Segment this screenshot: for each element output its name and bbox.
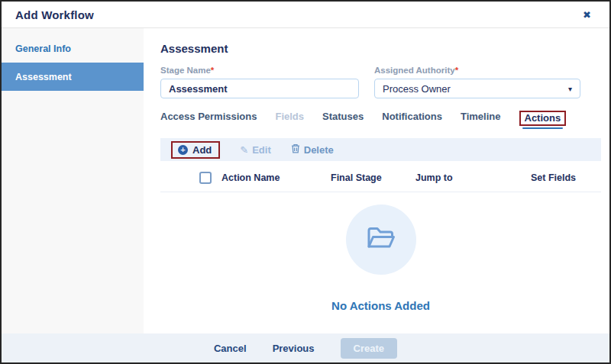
pencil-icon: ✎ <box>240 144 248 156</box>
sidebar-item-assessment[interactable]: Assessment <box>2 63 144 91</box>
modal-header: Add Workflow ✖ <box>2 2 609 28</box>
trash-icon <box>291 143 300 156</box>
empty-state: No Actions Added <box>160 205 601 312</box>
tab-access-permissions[interactable]: Access Permissions <box>160 111 257 122</box>
assigned-authority-field: Assigned Authority* Process Owner ▾ <box>374 66 580 98</box>
column-set-fields: Set Fields <box>531 172 601 183</box>
close-icon[interactable]: ✖ <box>583 9 591 21</box>
modal-title: Add Workflow <box>15 8 94 21</box>
stage-name-label: Stage Name* <box>160 66 359 75</box>
annotation-highlight-box: Actions <box>519 111 567 126</box>
select-all-checkbox[interactable] <box>199 172 212 184</box>
tab-timeline[interactable]: Timeline <box>461 111 501 122</box>
assigned-authority-label: Assigned Authority* <box>374 66 580 75</box>
table-header-divider <box>160 192 601 192</box>
edit-action-button[interactable]: ✎ Edit <box>240 144 270 156</box>
stage-name-input[interactable] <box>160 79 359 98</box>
actions-toolbar: + Add ✎ Edit Delete <box>160 138 601 161</box>
modal-footer: Cancel Previous Create <box>2 333 609 362</box>
delete-button-label: Delete <box>304 144 334 156</box>
delete-action-button[interactable]: Delete <box>291 143 334 156</box>
modal-body: General Info Assessment Assessment Stage… <box>2 28 609 333</box>
tab-notifications[interactable]: Notifications <box>382 111 442 122</box>
cancel-button[interactable]: Cancel <box>214 343 247 354</box>
stage-sidebar: General Info Assessment <box>2 28 144 333</box>
empty-state-circle <box>346 205 416 275</box>
column-jump-to: Jump to <box>415 172 531 183</box>
create-button[interactable]: Create <box>341 338 397 359</box>
add-workflow-modal: Add Workflow ✖ General Info Assessment A… <box>0 0 611 364</box>
empty-state-message: No Actions Added <box>331 299 430 312</box>
stage-tabs: Access Permissions Fields Statuses Notif… <box>160 111 601 130</box>
assigned-authority-select[interactable]: Process Owner ▾ <box>374 79 580 98</box>
column-action-name: Action Name <box>221 172 331 183</box>
stage-content: Assessment Stage Name* Assigned Authorit… <box>144 28 609 333</box>
required-asterisk: * <box>211 66 214 75</box>
actions-table-header: Action Name Final Stage Jump to Set Fiel… <box>160 172 601 184</box>
add-button-label: Add <box>192 144 212 156</box>
edit-button-label: Edit <box>252 144 271 156</box>
plus-circle-icon: + <box>178 145 188 155</box>
stage-name-field: Stage Name* <box>160 66 359 98</box>
stage-form: Stage Name* Assigned Authority* Process … <box>160 66 601 98</box>
sidebar-item-general-info[interactable]: General Info <box>2 34 144 63</box>
folder-open-icon <box>366 226 396 254</box>
active-tab-underline <box>522 127 564 129</box>
required-asterisk: * <box>455 66 458 75</box>
stage-heading: Assessment <box>160 42 601 55</box>
add-action-button[interactable]: + Add <box>171 141 220 159</box>
assigned-authority-value: Process Owner <box>383 83 451 95</box>
tab-statuses[interactable]: Statuses <box>322 111 364 122</box>
tab-fields: Fields <box>275 111 304 122</box>
tab-actions[interactable]: Actions <box>519 111 567 129</box>
chevron-down-icon: ▾ <box>568 85 572 93</box>
column-final-stage: Final Stage <box>331 172 415 183</box>
previous-button[interactable]: Previous <box>273 343 315 354</box>
